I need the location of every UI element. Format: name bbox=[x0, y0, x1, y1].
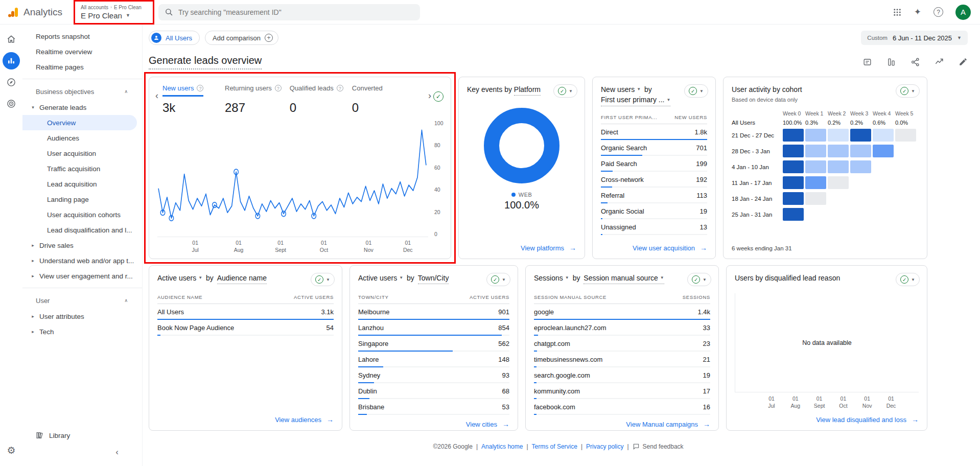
sidebar-item-user-acquisition[interactable]: User acquisition bbox=[22, 146, 137, 161]
column-header-dimension[interactable]: TOWN/CITY bbox=[358, 294, 388, 300]
add-comparison-chip[interactable]: Add comparison + bbox=[205, 31, 278, 45]
metric-selector[interactable]: New users▼ bbox=[601, 84, 641, 95]
insights-icon[interactable] bbox=[935, 57, 944, 67]
settings-gear-icon[interactable]: ⚙ bbox=[3, 441, 20, 459]
sidebar-item-user-acquisition-cohorts[interactable]: User acquisition cohorts bbox=[22, 207, 137, 222]
privacy-policy-link[interactable]: Privacy policy bbox=[586, 443, 623, 450]
metric-tab-new-users[interactable]: New users?3k bbox=[162, 84, 217, 115]
metric-tab-qualified-leads[interactable]: Qualified leads?0 bbox=[290, 84, 344, 115]
data-quality-control[interactable]: ✓ ▼ bbox=[684, 84, 708, 98]
sidebar-item-lead-disqualification-and-l[interactable]: Lead disqualification and l... bbox=[22, 222, 137, 238]
section-user[interactable]: User ∧ bbox=[22, 292, 137, 309]
sidebar-item-user-attributes[interactable]: ▸User attributes bbox=[22, 309, 137, 324]
account-switcher[interactable]: All accounts › E Pro Clean E Pro Clean ▼ bbox=[81, 5, 147, 20]
metric-tab-returning-users[interactable]: Returning users?287 bbox=[225, 84, 282, 115]
view-cities-link[interactable]: View cities→ bbox=[466, 420, 509, 428]
analytics-brand[interactable]: Analytics bbox=[7, 6, 67, 18]
data-quality-control[interactable]: ✓ ▼ bbox=[311, 273, 335, 286]
dimension-selector[interactable]: First user primary ...▼ bbox=[601, 95, 670, 106]
table-row[interactable]: eproclean.launch27.com33 bbox=[534, 320, 710, 336]
metric-selector[interactable]: Active users▼ bbox=[157, 273, 202, 283]
table-row[interactable]: Sydney93 bbox=[358, 367, 509, 383]
data-quality-control[interactable]: ✓ ▼ bbox=[486, 273, 510, 286]
advertising-icon[interactable] bbox=[3, 95, 20, 112]
sidebar-item-understand-web-and-or-app-t[interactable]: ▸Understand web and/or app t... bbox=[22, 253, 137, 268]
all-users-chip[interactable]: All Users bbox=[149, 31, 200, 45]
gemini-sparkle-icon[interactable]: ✦ bbox=[914, 7, 921, 17]
scroll-left-icon[interactable]: ‹ bbox=[153, 84, 160, 101]
view-manual-campaigns-link[interactable]: View Manual campaigns→ bbox=[626, 420, 710, 428]
table-row[interactable]: facebook.com16 bbox=[534, 399, 710, 415]
send-feedback-button[interactable]: Send feedback bbox=[633, 443, 684, 450]
sidebar-item-view-user-engagement-and-r[interactable]: ▸View user engagement and r... bbox=[22, 268, 137, 284]
column-header-dimension[interactable]: SESSION MANUAL SOURCE bbox=[534, 294, 606, 300]
table-row[interactable]: Melbourne901 bbox=[358, 304, 509, 320]
section-business-objectives[interactable]: Business objectives ∧ bbox=[22, 83, 137, 100]
table-row[interactable]: Lanzhou854 bbox=[358, 320, 509, 336]
view-audiences-link[interactable]: View audiences→ bbox=[275, 415, 334, 424]
table-row[interactable]: Brisbane53 bbox=[358, 399, 509, 415]
sidebar-item-traffic-acquisition[interactable]: Traffic acquisition bbox=[22, 161, 137, 176]
column-header-metric[interactable]: ACTIVE USERS bbox=[294, 294, 334, 300]
global-search[interactable] bbox=[158, 4, 420, 20]
chevron-up-icon[interactable]: ∧ bbox=[124, 298, 128, 303]
explore-icon[interactable] bbox=[3, 74, 20, 91]
collapse-sidebar-icon[interactable]: ‹ bbox=[115, 447, 119, 457]
table-row[interactable]: Singapore562 bbox=[358, 336, 509, 352]
table-row[interactable]: Paid Search199 bbox=[601, 156, 707, 172]
search-input[interactable] bbox=[178, 8, 414, 16]
table-row[interactable]: Direct1.8k bbox=[601, 124, 707, 140]
column-header-dimension[interactable]: AUDIENCE NAME bbox=[157, 294, 202, 300]
sidebar-item-reports-snapshot[interactable]: Reports snapshot bbox=[22, 29, 137, 44]
table-row[interactable]: Cross-network192 bbox=[601, 172, 707, 188]
table-row[interactable]: Organic Search701 bbox=[601, 140, 707, 156]
metric-selector[interactable]: Active users▼ bbox=[358, 273, 403, 283]
table-row[interactable]: All Users3.1k bbox=[157, 304, 334, 320]
table-row[interactable]: search.google.com19 bbox=[534, 367, 710, 383]
chart-columns-icon[interactable] bbox=[886, 57, 896, 67]
data-quality-control[interactable]: ✓ ▼ bbox=[687, 273, 711, 286]
table-row[interactable]: Lahore148 bbox=[358, 352, 509, 367]
table-row[interactable]: Book Now Page Audience54 bbox=[157, 320, 334, 336]
view-user-acquisition-link[interactable]: View user acquisition→ bbox=[633, 244, 707, 252]
reports-icon[interactable] bbox=[3, 52, 20, 69]
sidebar-item-drive-sales[interactable]: ▸Drive sales bbox=[22, 238, 137, 253]
column-header-metric[interactable]: NEW USERS bbox=[674, 114, 707, 120]
column-header-metric[interactable]: ACTIVE USERS bbox=[470, 294, 509, 300]
insights-card-icon[interactable] bbox=[862, 57, 872, 67]
view-lead-disqualified-link[interactable]: View lead disqualified and loss→ bbox=[816, 415, 919, 424]
date-range-picker[interactable]: Custom 6 Jun - 11 Dec 2025 ▼ bbox=[861, 31, 968, 45]
sidebar-item-lead-acquisition[interactable]: Lead acquisition bbox=[22, 176, 137, 192]
column-header-metric[interactable]: SESSIONS bbox=[683, 294, 710, 300]
data-quality-icon[interactable]: ✓ bbox=[433, 91, 444, 102]
analytics-home-link[interactable]: Analytics home bbox=[481, 443, 523, 450]
sidebar-item-overview[interactable]: Overview bbox=[22, 115, 137, 130]
view-platforms-link[interactable]: View platforms→ bbox=[521, 244, 576, 252]
table-row[interactable]: Dublin68 bbox=[358, 383, 509, 399]
scroll-right-icon[interactable]: › bbox=[426, 84, 433, 101]
sidebar-item-generate-leads[interactable]: ▾Generate leads bbox=[22, 100, 137, 115]
chevron-up-icon[interactable]: ∧ bbox=[124, 89, 128, 94]
sidebar-item-audiences[interactable]: Audiences bbox=[22, 130, 137, 146]
metric-tab-converted[interactable]: Converted0 bbox=[352, 84, 406, 115]
edit-report-icon[interactable] bbox=[959, 57, 968, 66]
table-row[interactable]: Referral113 bbox=[601, 188, 707, 203]
table-row[interactable]: Organic Social19 bbox=[601, 203, 707, 219]
dimension-selector[interactable]: Session manual source▼ bbox=[584, 273, 664, 284]
terms-of-service-link[interactable]: Terms of Service bbox=[532, 443, 577, 450]
home-icon[interactable] bbox=[3, 31, 20, 48]
table-row[interactable]: kommunity.com17 bbox=[534, 383, 710, 399]
data-quality-control[interactable]: ✓ ▼ bbox=[553, 84, 577, 98]
dimension-selector[interactable]: Town/City bbox=[418, 273, 449, 284]
sidebar-item-realtime-pages[interactable]: Realtime pages bbox=[22, 59, 137, 75]
table-row[interactable]: Unassigned13 bbox=[601, 219, 707, 235]
sidebar-item-landing-page[interactable]: Landing page bbox=[22, 192, 137, 207]
metric-selector[interactable]: Sessions▼ bbox=[534, 273, 569, 283]
column-header-dimension[interactable]: FIRST USER PRIMA... bbox=[601, 114, 657, 120]
table-row[interactable]: timebusinessnews.com21 bbox=[534, 352, 710, 367]
sidebar-item-tech[interactable]: ▸Tech bbox=[22, 324, 137, 339]
sidebar-item-realtime-overview[interactable]: Realtime overview bbox=[22, 44, 137, 59]
dimension-selector[interactable]: Audience name bbox=[217, 273, 267, 284]
data-quality-control[interactable]: ✓ ▼ bbox=[896, 273, 920, 286]
sidebar-item-library[interactable]: Library bbox=[22, 427, 142, 444]
